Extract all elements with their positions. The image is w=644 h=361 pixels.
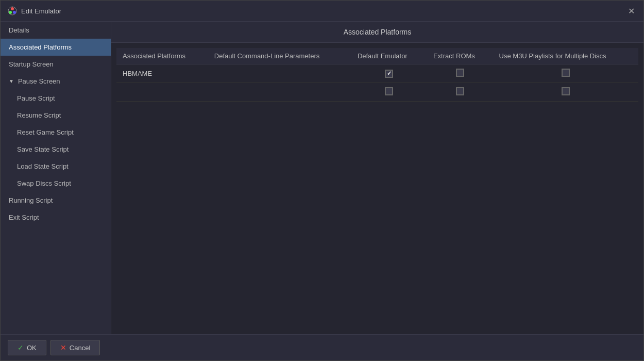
col-header-3: Extract ROMs bbox=[427, 48, 493, 64]
footer: ✓ OK ✕ Cancel bbox=[1, 334, 643, 360]
platform-cell-0: HBMAME bbox=[116, 64, 208, 83]
sidebar-item-startup-screen[interactable]: Startup Screen bbox=[1, 56, 111, 73]
sidebar-item-label: Exit Script bbox=[9, 214, 39, 221]
close-button[interactable]: ✕ bbox=[626, 6, 636, 16]
sidebar-item-label: Running Script bbox=[9, 196, 53, 204]
section-title: Associated Platforms bbox=[111, 22, 643, 43]
sidebar-item-exit-script[interactable]: Exit Script bbox=[1, 209, 111, 226]
checkbox-cell-0-2 bbox=[493, 64, 638, 83]
checkbox-1-0[interactable] bbox=[385, 87, 393, 95]
checkbox-cell-1-1 bbox=[427, 83, 493, 102]
ok-icon: ✓ bbox=[18, 343, 24, 352]
cancel-icon: ✕ bbox=[60, 343, 66, 352]
sidebar-item-label: Load State Script bbox=[17, 162, 69, 170]
table-body: HBMAME bbox=[116, 64, 638, 102]
sidebar-item-swap-discs-script[interactable]: Swap Discs Script bbox=[1, 175, 111, 192]
sidebar-item-label: Associated Platforms bbox=[9, 43, 72, 51]
sidebar-item-label: Swap Discs Script bbox=[17, 179, 71, 187]
command-line-cell-0 bbox=[208, 64, 351, 83]
cancel-button[interactable]: ✕ Cancel bbox=[50, 340, 100, 355]
main-area: Associated Platforms Associated Platform… bbox=[111, 22, 643, 334]
svg-point-3 bbox=[13, 11, 16, 14]
col-header-2: Default Emulator bbox=[351, 48, 427, 64]
sidebar-item-reset-game-script[interactable]: Reset Game Script bbox=[1, 124, 111, 141]
checkbox-0-0[interactable] bbox=[385, 70, 393, 78]
cancel-label: Cancel bbox=[70, 344, 90, 352]
sidebar-item-label: Pause Script bbox=[17, 94, 55, 102]
svg-point-1 bbox=[11, 7, 14, 10]
platform-cell-1 bbox=[116, 83, 208, 102]
checkbox-cell-0-0 bbox=[351, 64, 427, 83]
sidebar-item-label: Resume Script bbox=[17, 111, 61, 119]
sidebar-item-running-script[interactable]: Running Script bbox=[1, 192, 111, 209]
ok-label: OK bbox=[27, 344, 37, 352]
sidebar-item-label: Startup Screen bbox=[9, 60, 54, 68]
edit-emulator-dialog: Edit Emulator ✕ DetailsAssociated Platfo… bbox=[0, 0, 644, 361]
sidebar-item-label: Details bbox=[9, 26, 29, 34]
sidebar-item-pause-script[interactable]: Pause Script bbox=[1, 90, 111, 107]
dialog-content: DetailsAssociated PlatformsStartup Scree… bbox=[1, 22, 643, 334]
svg-point-2 bbox=[9, 11, 12, 14]
table-row bbox=[116, 83, 638, 102]
sidebar-item-load-state-script[interactable]: Load State Script bbox=[1, 158, 111, 175]
command-line-cell-1 bbox=[208, 83, 351, 102]
checkbox-0-1[interactable] bbox=[456, 69, 464, 77]
table-container: Associated PlatformsDefault Command-Line… bbox=[111, 43, 643, 334]
sidebar-item-details[interactable]: Details bbox=[1, 22, 111, 39]
titlebar: Edit Emulator ✕ bbox=[1, 1, 643, 22]
titlebar-left: Edit Emulator bbox=[8, 6, 61, 15]
checkbox-1-2[interactable] bbox=[562, 87, 570, 95]
table-header-row: Associated PlatformsDefault Command-Line… bbox=[116, 48, 638, 64]
checkbox-0-2[interactable] bbox=[562, 69, 570, 77]
expand-arrow-icon: ▼ bbox=[9, 78, 14, 84]
col-header-4: Use M3U Playlists for Multiple Discs bbox=[493, 48, 638, 64]
sidebar: DetailsAssociated PlatformsStartup Scree… bbox=[1, 22, 111, 334]
sidebar-item-label: Reset Game Script bbox=[17, 128, 74, 136]
ok-button[interactable]: ✓ OK bbox=[8, 340, 46, 355]
dialog-title: Edit Emulator bbox=[21, 7, 61, 15]
checkbox-cell-0-1 bbox=[427, 64, 493, 83]
col-header-0: Associated Platforms bbox=[116, 48, 208, 64]
sidebar-item-pause-screen[interactable]: ▼Pause Screen bbox=[1, 73, 111, 90]
checkbox-1-1[interactable] bbox=[456, 87, 464, 95]
checkbox-cell-1-2 bbox=[493, 83, 638, 102]
checkbox-cell-1-0 bbox=[351, 83, 427, 102]
sidebar-item-associated-platforms[interactable]: Associated Platforms bbox=[1, 39, 111, 56]
app-icon bbox=[8, 6, 17, 15]
sidebar-item-resume-script[interactable]: Resume Script bbox=[1, 107, 111, 124]
sidebar-item-label: Save State Script bbox=[17, 145, 69, 153]
col-header-1: Default Command-Line Parameters bbox=[208, 48, 351, 64]
sidebar-item-save-state-script[interactable]: Save State Script bbox=[1, 141, 111, 158]
platforms-table: Associated PlatformsDefault Command-Line… bbox=[116, 48, 638, 102]
table-row: HBMAME bbox=[116, 64, 638, 83]
sidebar-item-label: Pause Screen bbox=[18, 77, 60, 85]
